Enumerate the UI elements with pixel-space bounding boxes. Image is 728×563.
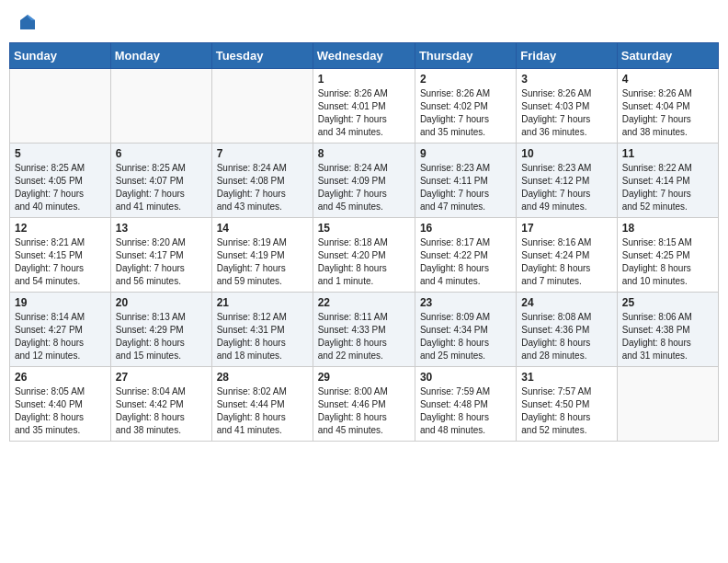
day-number: 17 xyxy=(521,222,611,235)
calendar-cell: 31Sunrise: 7:57 AM Sunset: 4:50 PM Dayli… xyxy=(517,367,617,442)
calendar-cell: 8Sunrise: 8:24 AM Sunset: 4:09 PM Daylig… xyxy=(313,144,415,218)
day-content: Sunrise: 8:23 AM Sunset: 4:12 PM Dayligh… xyxy=(521,162,611,213)
day-content: Sunrise: 8:22 AM Sunset: 4:14 PM Dayligh… xyxy=(622,162,713,213)
day-content: Sunrise: 8:13 AM Sunset: 4:29 PM Dayligh… xyxy=(116,311,207,362)
day-content: Sunrise: 8:02 AM Sunset: 4:44 PM Dayligh… xyxy=(217,385,308,437)
page-header xyxy=(9,9,719,35)
calendar-cell: 17Sunrise: 8:16 AM Sunset: 4:24 PM Dayli… xyxy=(517,218,617,293)
calendar-cell: 23Sunrise: 8:09 AM Sunset: 4:34 PM Dayli… xyxy=(415,293,516,367)
weekday-header: Sunday xyxy=(10,43,111,69)
day-content: Sunrise: 8:15 AM Sunset: 4:25 PM Dayligh… xyxy=(622,236,713,288)
day-content: Sunrise: 8:20 AM Sunset: 4:17 PM Dayligh… xyxy=(116,236,207,288)
day-number: 31 xyxy=(521,371,611,384)
day-content: Sunrise: 8:24 AM Sunset: 4:08 PM Dayligh… xyxy=(217,162,308,213)
calendar-cell: 9Sunrise: 8:23 AM Sunset: 4:11 PM Daylig… xyxy=(415,144,516,218)
day-number: 3 xyxy=(521,73,611,86)
calendar-cell: 15Sunrise: 8:18 AM Sunset: 4:20 PM Dayli… xyxy=(313,218,415,293)
day-content: Sunrise: 8:16 AM Sunset: 4:24 PM Dayligh… xyxy=(521,236,611,288)
calendar-cell: 20Sunrise: 8:13 AM Sunset: 4:29 PM Dayli… xyxy=(110,293,211,367)
day-number: 22 xyxy=(318,296,410,309)
calendar-week-row: 19Sunrise: 8:14 AM Sunset: 4:27 PM Dayli… xyxy=(10,293,719,367)
calendar-cell xyxy=(10,69,111,144)
logo-icon xyxy=(18,13,37,31)
calendar-cell: 6Sunrise: 8:25 AM Sunset: 4:07 PM Daylig… xyxy=(110,144,211,218)
day-content: Sunrise: 8:19 AM Sunset: 4:19 PM Dayligh… xyxy=(217,236,308,288)
day-number: 13 xyxy=(116,222,207,235)
calendar-header-row: SundayMondayTuesdayWednesdayThursdayFrid… xyxy=(10,43,719,69)
calendar-cell: 4Sunrise: 8:26 AM Sunset: 4:04 PM Daylig… xyxy=(617,69,718,144)
calendar-cell: 13Sunrise: 8:20 AM Sunset: 4:17 PM Dayli… xyxy=(110,218,211,293)
calendar-week-row: 1Sunrise: 8:26 AM Sunset: 4:01 PM Daylig… xyxy=(10,69,719,144)
day-content: Sunrise: 8:00 AM Sunset: 4:46 PM Dayligh… xyxy=(318,385,410,437)
day-content: Sunrise: 8:12 AM Sunset: 4:31 PM Dayligh… xyxy=(217,311,308,362)
calendar-cell: 29Sunrise: 8:00 AM Sunset: 4:46 PM Dayli… xyxy=(313,367,415,442)
day-content: Sunrise: 8:06 AM Sunset: 4:38 PM Dayligh… xyxy=(622,311,713,362)
day-number: 27 xyxy=(116,371,207,384)
day-number: 12 xyxy=(15,222,106,235)
day-number: 7 xyxy=(217,147,308,160)
day-number: 30 xyxy=(420,371,511,384)
day-content: Sunrise: 8:23 AM Sunset: 4:11 PM Dayligh… xyxy=(420,162,511,213)
day-number: 15 xyxy=(318,222,410,235)
calendar-cell: 2Sunrise: 8:26 AM Sunset: 4:02 PM Daylig… xyxy=(415,69,516,144)
weekday-header: Saturday xyxy=(617,43,718,69)
calendar-cell: 1Sunrise: 8:26 AM Sunset: 4:01 PM Daylig… xyxy=(313,69,415,144)
day-content: Sunrise: 8:14 AM Sunset: 4:27 PM Dayligh… xyxy=(15,311,106,362)
day-content: Sunrise: 8:05 AM Sunset: 4:40 PM Dayligh… xyxy=(15,385,106,437)
calendar-cell: 21Sunrise: 8:12 AM Sunset: 4:31 PM Dayli… xyxy=(211,293,313,367)
day-content: Sunrise: 8:11 AM Sunset: 4:33 PM Dayligh… xyxy=(318,311,410,362)
calendar-cell: 19Sunrise: 8:14 AM Sunset: 4:27 PM Dayli… xyxy=(10,293,111,367)
calendar-cell: 16Sunrise: 8:17 AM Sunset: 4:22 PM Dayli… xyxy=(415,218,516,293)
day-content: Sunrise: 8:26 AM Sunset: 4:03 PM Dayligh… xyxy=(521,87,611,139)
day-number: 9 xyxy=(420,147,511,160)
day-content: Sunrise: 8:04 AM Sunset: 4:42 PM Dayligh… xyxy=(116,385,207,437)
calendar-cell: 28Sunrise: 8:02 AM Sunset: 4:44 PM Dayli… xyxy=(211,367,313,442)
day-number: 26 xyxy=(15,371,106,384)
day-content: Sunrise: 8:21 AM Sunset: 4:15 PM Dayligh… xyxy=(15,236,106,288)
day-number: 5 xyxy=(15,147,106,160)
calendar-week-row: 5Sunrise: 8:25 AM Sunset: 4:05 PM Daylig… xyxy=(10,144,719,218)
day-number: 8 xyxy=(318,147,410,160)
day-content: Sunrise: 8:25 AM Sunset: 4:07 PM Dayligh… xyxy=(116,162,207,213)
day-number: 18 xyxy=(622,222,713,235)
calendar-cell: 11Sunrise: 8:22 AM Sunset: 4:14 PM Dayli… xyxy=(617,144,718,218)
calendar-table: SundayMondayTuesdayWednesdayThursdayFrid… xyxy=(9,42,719,442)
weekday-header: Friday xyxy=(517,43,617,69)
calendar-cell xyxy=(211,69,313,144)
day-number: 23 xyxy=(420,296,511,309)
calendar-cell: 27Sunrise: 8:04 AM Sunset: 4:42 PM Dayli… xyxy=(110,367,211,442)
day-content: Sunrise: 8:26 AM Sunset: 4:01 PM Dayligh… xyxy=(318,87,410,139)
day-content: Sunrise: 7:59 AM Sunset: 4:48 PM Dayligh… xyxy=(420,385,511,437)
day-content: Sunrise: 8:24 AM Sunset: 4:09 PM Dayligh… xyxy=(318,162,410,213)
day-content: Sunrise: 8:09 AM Sunset: 4:34 PM Dayligh… xyxy=(420,311,511,362)
calendar-week-row: 26Sunrise: 8:05 AM Sunset: 4:40 PM Dayli… xyxy=(10,367,719,442)
day-content: Sunrise: 8:26 AM Sunset: 4:04 PM Dayligh… xyxy=(622,87,713,139)
day-content: Sunrise: 8:26 AM Sunset: 4:02 PM Dayligh… xyxy=(420,87,511,139)
calendar-cell: 7Sunrise: 8:24 AM Sunset: 4:08 PM Daylig… xyxy=(211,144,313,218)
day-number: 24 xyxy=(521,296,611,309)
day-number: 1 xyxy=(318,73,410,86)
calendar-cell: 18Sunrise: 8:15 AM Sunset: 4:25 PM Dayli… xyxy=(617,218,718,293)
day-number: 6 xyxy=(116,147,207,160)
day-number: 28 xyxy=(217,371,308,384)
day-number: 10 xyxy=(521,147,611,160)
weekday-header: Tuesday xyxy=(211,43,313,69)
calendar-cell: 10Sunrise: 8:23 AM Sunset: 4:12 PM Dayli… xyxy=(517,144,617,218)
calendar-cell: 12Sunrise: 8:21 AM Sunset: 4:15 PM Dayli… xyxy=(10,218,111,293)
calendar-cell: 25Sunrise: 8:06 AM Sunset: 4:38 PM Dayli… xyxy=(617,293,718,367)
day-number: 19 xyxy=(15,296,106,309)
weekday-header: Thursday xyxy=(415,43,516,69)
calendar-cell xyxy=(110,69,211,144)
day-number: 21 xyxy=(217,296,308,309)
logo xyxy=(17,13,37,31)
day-number: 11 xyxy=(622,147,713,160)
day-content: Sunrise: 8:25 AM Sunset: 4:05 PM Dayligh… xyxy=(15,162,106,213)
weekday-header: Monday xyxy=(110,43,211,69)
day-number: 14 xyxy=(217,222,308,235)
calendar-cell: 26Sunrise: 8:05 AM Sunset: 4:40 PM Dayli… xyxy=(10,367,111,442)
day-content: Sunrise: 8:08 AM Sunset: 4:36 PM Dayligh… xyxy=(521,311,611,362)
day-content: Sunrise: 8:18 AM Sunset: 4:20 PM Dayligh… xyxy=(318,236,410,288)
calendar-week-row: 12Sunrise: 8:21 AM Sunset: 4:15 PM Dayli… xyxy=(10,218,719,293)
calendar-cell xyxy=(617,367,718,442)
day-number: 20 xyxy=(116,296,207,309)
